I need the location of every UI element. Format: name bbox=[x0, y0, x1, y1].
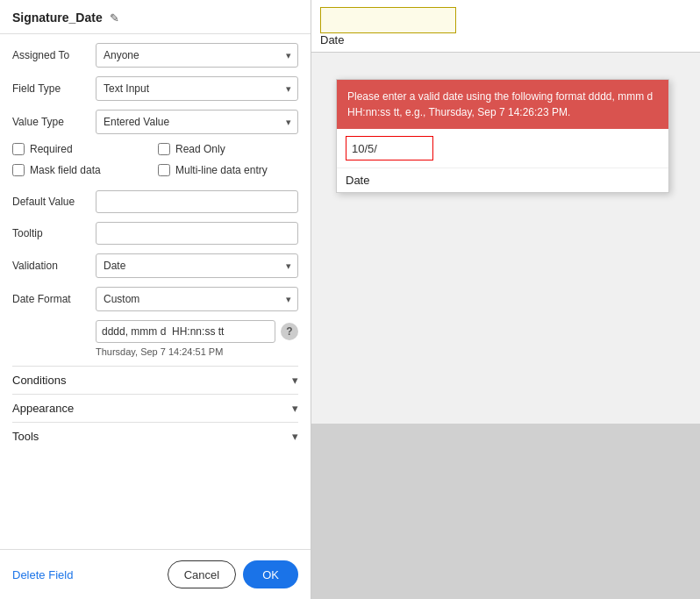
tools-section[interactable]: Tools ▾ bbox=[12, 422, 298, 450]
footer-buttons: Cancel OK bbox=[168, 560, 298, 588]
default-value-label: Default Value bbox=[12, 196, 96, 208]
date-format-preview: Thursday, Sep 7 14:24:51 PM bbox=[12, 346, 298, 357]
value-type-select-wrapper: Entered Value Calculated Value Static Va… bbox=[96, 110, 298, 134]
default-value-input[interactable] bbox=[96, 190, 298, 213]
field-type-select[interactable]: Text Input Signature Date Checkbox bbox=[96, 76, 298, 101]
edit-icon[interactable]: ✎ bbox=[110, 11, 119, 25]
readonly-checkbox[interactable] bbox=[158, 143, 170, 155]
assigned-to-row: Assigned To Anyone Specific User Form Fi… bbox=[12, 43, 298, 68]
default-value-row: Default Value bbox=[12, 190, 298, 213]
date-format-custom-input[interactable]: dddd, mmm d HH:nn:ss tt bbox=[96, 320, 275, 343]
tooltip-row: Tooltip bbox=[12, 222, 298, 245]
field-type-label: Field Type bbox=[12, 82, 96, 95]
validation-label: Validation bbox=[12, 260, 96, 272]
help-icon[interactable]: ? bbox=[281, 323, 298, 340]
tooltip-input-row: 10/5/ bbox=[337, 129, 668, 168]
maskfield-checkbox[interactable] bbox=[12, 164, 25, 176]
readonly-label: Read Only bbox=[175, 143, 225, 155]
ok-button[interactable]: OK bbox=[243, 560, 298, 588]
appearance-section[interactable]: Appearance ▾ bbox=[12, 394, 298, 422]
value-type-row: Value Type Entered Value Calculated Valu… bbox=[12, 110, 298, 134]
value-type-select[interactable]: Entered Value Calculated Value Static Va… bbox=[96, 110, 298, 134]
maskfield-label: Mask field data bbox=[30, 164, 101, 176]
right-area: Date Please enter a valid date using the… bbox=[311, 0, 700, 599]
tooltip-input[interactable] bbox=[96, 222, 298, 245]
panel-header: Signature_Date ✎ bbox=[0, 0, 311, 34]
conditions-label: Conditions bbox=[12, 374, 66, 387]
assigned-to-label: Assigned To bbox=[12, 49, 96, 61]
tools-label: Tools bbox=[12, 430, 39, 443]
tools-chevron: ▾ bbox=[292, 430, 298, 443]
panel-footer: Delete Field Cancel OK bbox=[0, 549, 311, 599]
value-type-label: Value Type bbox=[12, 116, 96, 128]
validation-select[interactable]: Date None Number Email bbox=[96, 253, 298, 278]
delete-field-link[interactable]: Delete Field bbox=[12, 568, 73, 581]
date-format-select-wrapper: Custom Short Date Long Date Full Date ▾ bbox=[96, 287, 298, 311]
preview-date-label: Date bbox=[320, 33, 344, 46]
preview-strip: Date bbox=[311, 0, 700, 53]
validation-select-wrapper: Date None Number Email ▾ bbox=[96, 253, 298, 278]
tooltip-error-box: Please enter a valid date using the foll… bbox=[337, 80, 668, 129]
preview-field-box bbox=[320, 7, 456, 33]
assigned-to-select[interactable]: Anyone Specific User Form Filler bbox=[96, 43, 298, 68]
maskfield-checkbox-row: Mask field data bbox=[12, 164, 153, 176]
panel-body: Assigned To Anyone Specific User Form Fi… bbox=[0, 34, 311, 549]
tooltip-date-label: Date bbox=[337, 168, 668, 192]
tooltip-label: Tooltip bbox=[12, 227, 96, 239]
assigned-to-select-wrapper: Anyone Specific User Form Filler ▾ bbox=[96, 43, 298, 68]
field-type-select-wrapper: Text Input Signature Date Checkbox ▾ bbox=[96, 76, 298, 101]
checkboxes-grid: Required Read Only Mask field data Multi… bbox=[12, 143, 298, 182]
date-format-row: Date Format Custom Short Date Long Date … bbox=[12, 287, 298, 311]
conditions-chevron: ▾ bbox=[292, 374, 298, 387]
multiline-label: Multi-line data entry bbox=[175, 164, 268, 176]
required-checkbox-row: Required bbox=[12, 143, 153, 155]
tooltip-date-input[interactable]: 10/5/ bbox=[346, 136, 433, 160]
multiline-checkbox[interactable] bbox=[158, 164, 170, 176]
required-label: Required bbox=[30, 143, 73, 155]
panel-title: Signature_Date bbox=[12, 11, 103, 25]
validation-row: Validation Date None Number Email ▾ bbox=[12, 253, 298, 278]
field-type-row: Field Type Text Input Signature Date Che… bbox=[12, 76, 298, 101]
tooltip-popup: Please enter a valid date using the foll… bbox=[336, 79, 669, 193]
multiline-checkbox-row: Multi-line data entry bbox=[158, 164, 298, 176]
required-checkbox[interactable] bbox=[12, 143, 25, 155]
tooltip-error-message: Please enter a valid date using the foll… bbox=[347, 90, 653, 118]
gray-below-area bbox=[311, 424, 700, 599]
left-panel: Signature_Date ✎ Assigned To Anyone Spec… bbox=[0, 0, 311, 599]
readonly-checkbox-row: Read Only bbox=[158, 143, 298, 155]
date-format-select[interactable]: Custom Short Date Long Date Full Date bbox=[96, 287, 298, 311]
cancel-button[interactable]: Cancel bbox=[168, 560, 236, 588]
date-format-input-row: dddd, mmm d HH:nn:ss tt ? bbox=[12, 320, 298, 343]
appearance-chevron: ▾ bbox=[292, 402, 298, 415]
appearance-label: Appearance bbox=[12, 402, 74, 415]
conditions-section[interactable]: Conditions ▾ bbox=[12, 366, 298, 394]
date-format-label: Date Format bbox=[12, 293, 96, 305]
